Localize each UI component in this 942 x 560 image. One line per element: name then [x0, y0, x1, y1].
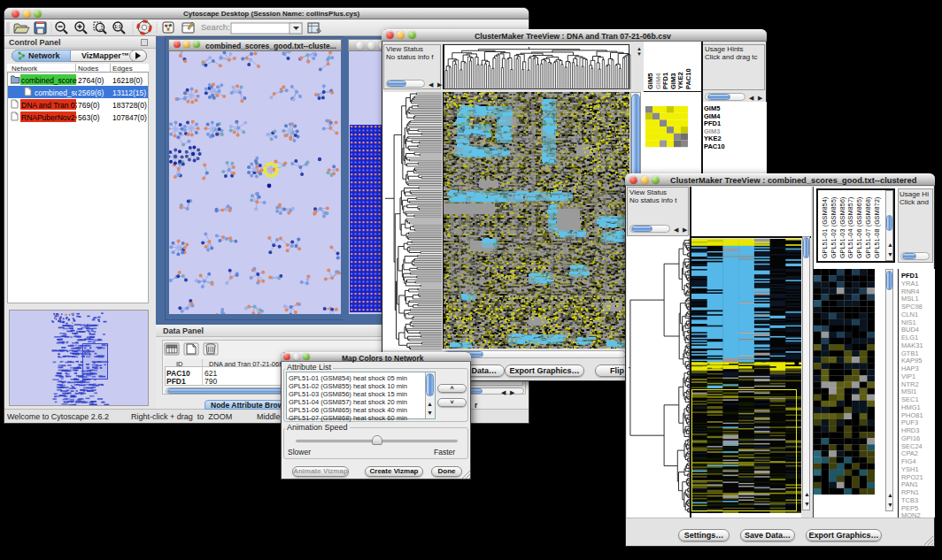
svg-text:Search:: Search: [201, 22, 230, 32]
svg-text:1:1: 1:1 [114, 24, 121, 29]
